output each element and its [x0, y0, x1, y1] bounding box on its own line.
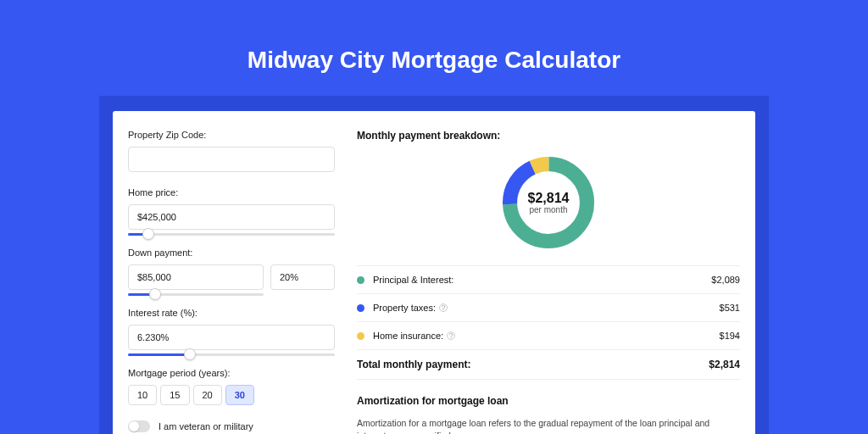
- down-payment-slider-thumb[interactable]: [149, 288, 161, 300]
- legend-total-value: $2,814: [709, 359, 740, 370]
- interest-slider-fill: [128, 353, 190, 356]
- legend-value: $531: [720, 303, 740, 313]
- period-chips: 10152030: [128, 385, 335, 405]
- legend-total-row: Total monthly payment:$2,814: [357, 350, 740, 380]
- info-icon[interactable]: ?: [447, 331, 455, 340]
- amortization-title: Amortization for mortgage loan: [357, 395, 740, 407]
- down-payment-percent-input[interactable]: [270, 264, 335, 290]
- zip-label: Property Zip Code:: [128, 130, 335, 140]
- field-interest: Interest rate (%):: [128, 308, 335, 356]
- legend-row: Home insurance:?$194: [357, 322, 740, 350]
- field-zip: Property Zip Code:: [128, 130, 335, 172]
- legend-list: Principal & Interest:$2,089Property taxe…: [357, 265, 740, 380]
- donut-chart: $2,814 per month: [357, 152, 740, 253]
- home-price-slider-thumb[interactable]: [142, 228, 154, 240]
- home-price-input[interactable]: [128, 204, 335, 230]
- legend-value: $2,089: [711, 275, 740, 285]
- donut-sub: per month: [529, 205, 567, 214]
- field-home-price: Home price:: [128, 187, 335, 236]
- period-chip-20[interactable]: 20: [193, 385, 222, 405]
- legend-swatch: [357, 332, 364, 340]
- legend-swatch: [357, 276, 364, 284]
- interest-slider[interactable]: [128, 353, 335, 356]
- page-title: Midway City Mortgage Calculator: [248, 47, 620, 74]
- legend-label: Property taxes:?: [373, 303, 448, 313]
- legend-row: Property taxes:?$531: [357, 294, 740, 322]
- veteran-label: I am veteran or military: [159, 421, 253, 431]
- home-price-slider[interactable]: [128, 233, 335, 236]
- donut-total: $2,814: [528, 191, 570, 206]
- breakdown-title: Monthly payment breakdown:: [357, 130, 740, 142]
- interest-label: Interest rate (%):: [128, 308, 335, 318]
- veteran-toggle[interactable]: [128, 420, 150, 432]
- down-payment-slider[interactable]: [128, 293, 264, 296]
- field-veteran: I am veteran or military: [128, 420, 335, 432]
- interest-input[interactable]: [128, 325, 335, 350]
- info-icon[interactable]: ?: [439, 303, 448, 312]
- legend-value: $194: [720, 331, 740, 341]
- field-down-payment: Down payment:: [128, 248, 335, 296]
- calculator-band: Property Zip Code: Home price: Down paym…: [99, 96, 769, 434]
- legend-total-label: Total monthly payment:: [357, 359, 470, 370]
- legend-label: Principal & Interest:: [373, 275, 453, 285]
- field-period: Mortgage period (years): 10152030: [128, 368, 335, 405]
- zip-input[interactable]: [128, 147, 335, 172]
- form-column: Property Zip Code: Home price: Down paym…: [128, 130, 335, 434]
- down-payment-label: Down payment:: [128, 248, 335, 258]
- amortization-section: Amortization for mortgage loan Amortizat…: [357, 395, 740, 434]
- period-chip-15[interactable]: 15: [160, 385, 189, 405]
- period-chip-30[interactable]: 30: [225, 385, 254, 405]
- legend-label: Home insurance:?: [373, 331, 455, 341]
- results-column: Monthly payment breakdown: $2,814 per mo…: [357, 130, 740, 434]
- home-price-label: Home price:: [128, 187, 335, 198]
- legend-row: Principal & Interest:$2,089: [357, 266, 740, 294]
- period-label: Mortgage period (years):: [128, 368, 335, 378]
- interest-slider-thumb[interactable]: [184, 348, 196, 360]
- down-payment-amount-input[interactable]: [128, 264, 264, 290]
- legend-swatch: [357, 304, 364, 312]
- amortization-body: Amortization for a mortgage loan refers …: [357, 417, 740, 434]
- calculator-card: Property Zip Code: Home price: Down paym…: [113, 111, 755, 434]
- period-chip-10[interactable]: 10: [128, 385, 157, 405]
